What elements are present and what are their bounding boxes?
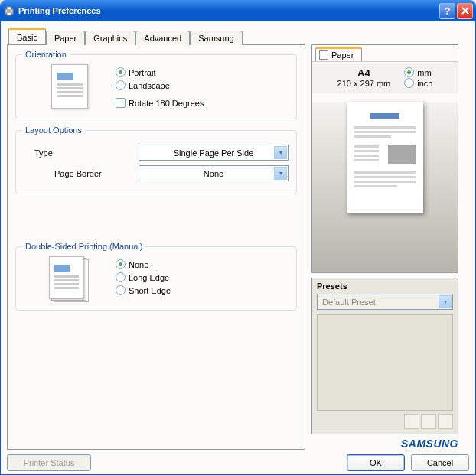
checkbox-rotate180[interactable]: Rotate 180 Degrees [116, 98, 289, 108]
svg-rect-2 [7, 12, 11, 15]
combo-value: Default Preset [322, 298, 376, 307]
radio-label: Long Edge [129, 273, 169, 282]
page-preview [347, 102, 423, 213]
radio-label: inch [417, 79, 432, 88]
radio-label: Short Edge [129, 286, 171, 295]
presets-legend: Presets [317, 281, 453, 291]
chevron-down-icon: ▾ [439, 295, 452, 308]
radio-icon [116, 80, 126, 90]
window-title: Printing Preferences [18, 6, 438, 15]
titlebar: Printing Preferences ? [0, 0, 476, 21]
orientation-legend: Orientation [22, 50, 70, 59]
layout-options-group: Layout Options Type Single Page Per Side… [15, 130, 297, 194]
radio-icon [404, 67, 414, 77]
checkbox-icon [116, 98, 126, 108]
brand-logo: SAMSUNG [311, 438, 458, 450]
chevron-down-icon: ▾ [274, 146, 287, 159]
preset-disk-button[interactable] [421, 414, 436, 429]
page-border-label: Page Border [24, 169, 139, 178]
tab-graphics[interactable]: Graphics [85, 31, 135, 45]
radio-icon [116, 259, 126, 269]
radio-icon [404, 78, 414, 88]
cancel-button[interactable]: Cancel [411, 454, 469, 471]
radio-icon [116, 272, 126, 282]
layout-type-label: Type [24, 148, 139, 158]
chevron-down-icon: ▾ [274, 167, 287, 180]
main-panel: Orientation Portrait Landscape [7, 44, 305, 450]
checkbox-label: Rotate 180 Degrees [129, 99, 204, 108]
presets-combo[interactable]: Default Preset ▾ [317, 294, 453, 310]
preview-tab-paper[interactable]: Paper [315, 47, 362, 61]
preview-panel: Paper A4 210 x 297 mm mm [311, 44, 458, 273]
duplex-group: Double-Sided Printing (Manual) None [15, 246, 297, 311]
paper-size-display: A4 210 x 297 mm [337, 67, 391, 88]
preset-delete-button[interactable] [438, 414, 453, 429]
help-button[interactable]: ? [439, 3, 455, 19]
radio-label: Portrait [129, 68, 155, 77]
radio-label: mm [417, 68, 431, 77]
radio-unit-inch[interactable]: inch [404, 78, 432, 88]
layout-type-combo[interactable]: Single Page Per Side ▾ [139, 145, 289, 161]
radio-label: Landscape [129, 81, 170, 90]
tab-paper[interactable]: Paper [46, 31, 85, 45]
page-border-combo[interactable]: None ▾ [139, 165, 289, 181]
radio-duplex-none[interactable]: None [116, 259, 289, 269]
printer-icon [3, 5, 15, 17]
radio-duplex-long[interactable]: Long Edge [116, 272, 289, 282]
svg-rect-1 [7, 7, 11, 10]
close-button[interactable] [457, 3, 473, 19]
tab-samsung[interactable]: Samsung [190, 31, 242, 45]
orientation-thumbnail [51, 64, 88, 109]
combo-value: None [204, 169, 223, 178]
preset-save-button[interactable] [404, 414, 419, 429]
preview-tab-label: Paper [331, 50, 354, 60]
radio-unit-mm[interactable]: mm [404, 67, 432, 77]
ok-button[interactable]: OK [347, 454, 405, 471]
radio-icon [116, 67, 126, 77]
printer-status-button[interactable]: Printer Status [7, 454, 91, 471]
radio-portrait[interactable]: Portrait [116, 67, 289, 77]
radio-label: None [129, 260, 148, 269]
presets-list[interactable] [317, 314, 453, 411]
paper-size-dims: 210 x 297 mm [337, 79, 391, 88]
duplex-legend: Double-Sided Printing (Manual) [22, 242, 145, 251]
combo-value: Single Page Per Side [174, 148, 254, 158]
page-icon [319, 50, 328, 60]
radio-landscape[interactable]: Landscape [116, 80, 289, 90]
paper-size-name: A4 [337, 67, 391, 79]
radio-duplex-short[interactable]: Short Edge [116, 285, 289, 295]
duplex-thumbnail [49, 256, 90, 302]
layout-legend: Layout Options [22, 125, 85, 135]
orientation-group: Orientation Portrait Landscape [15, 54, 297, 119]
tab-basic[interactable]: Basic [8, 28, 46, 44]
radio-icon [116, 285, 126, 295]
main-tabstrip: Basic Paper Graphics Advanced Samsung [8, 28, 469, 44]
tab-advanced[interactable]: Advanced [135, 31, 190, 45]
presets-panel: Presets Default Preset ▾ [311, 278, 458, 434]
